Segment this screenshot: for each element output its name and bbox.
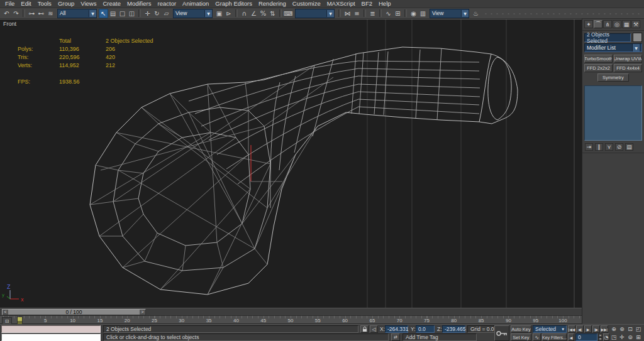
redo-icon[interactable]: ↷ <box>11 9 21 18</box>
x-coordinate-field[interactable]: -264.331 <box>385 325 408 333</box>
tab-modify[interactable]: ⌒ <box>594 20 602 28</box>
viewport-front[interactable]: x Z y Front Total2 Objects SelectedPolys… <box>0 19 582 308</box>
zoom-button[interactable]: ⊕ <box>610 325 618 333</box>
maximize-viewport-toggle-button[interactable]: ⊞ <box>635 333 642 341</box>
chevron-down-icon[interactable]: ▼ <box>461 10 469 17</box>
modifier-list-dropdown[interactable]: Modifier List ▼ <box>584 43 642 52</box>
chevron-down-icon[interactable]: ▼ <box>632 44 640 51</box>
auto-key-button[interactable]: Auto Key <box>511 325 531 333</box>
absolute-offset-mode-toggle[interactable]: ◁ <box>370 325 378 333</box>
maxscript-mini-listener-macro[interactable] <box>1 325 101 333</box>
snap-toggle-3d-icon[interactable]: ∩ <box>240 9 249 18</box>
tab-utilities[interactable]: ⚒ <box>631 20 640 28</box>
render-type-dropdown[interactable]: View▼ <box>430 9 469 18</box>
key-filters-button[interactable]: Key Filters... <box>542 333 567 341</box>
menu-item-maxscript[interactable]: MAXScript <box>324 0 358 8</box>
object-color-swatch[interactable] <box>633 33 642 42</box>
time-slider-handle[interactable]: < 0 / 100 > <box>2 309 146 315</box>
window-crossing-toggle-icon[interactable]: ◫ <box>127 9 136 18</box>
named-selection-sets-dropdown[interactable]: ▼ <box>295 9 335 18</box>
wireframe-model[interactable] <box>90 47 518 295</box>
menu-item-create[interactable]: Create <box>99 0 124 8</box>
menu-item-help[interactable]: Help <box>375 0 394 8</box>
bind-to-space-warp-icon[interactable]: ≋ <box>46 9 55 18</box>
tab-hierarchy[interactable]: ⋔ <box>603 20 612 28</box>
pan-button[interactable]: ✛ <box>618 333 626 341</box>
mirror-icon[interactable]: ⋈ <box>343 9 352 18</box>
menu-item-file[interactable]: File <box>2 0 18 8</box>
selection-lock-toggle[interactable] <box>360 325 369 333</box>
menu-item-tools[interactable]: Tools <box>35 0 55 8</box>
tab-motion[interactable]: ◎ <box>613 20 621 28</box>
layer-manager-icon[interactable]: ≣ <box>368 9 377 18</box>
play-animation-button[interactable]: ▶ <box>584 325 592 333</box>
chevron-down-icon[interactable]: ▼ <box>326 10 334 17</box>
quick-render-icon[interactable]: ♨ <box>471 9 480 18</box>
configure-modifier-sets-button[interactable]: ▤ <box>625 143 633 151</box>
next-frame-button[interactable]: |▶ <box>592 325 600 333</box>
default-tangents-button[interactable]: ∿ <box>533 333 541 341</box>
show-end-result-button[interactable]: ‖ <box>595 143 603 151</box>
frame-spinner[interactable]: ▲ ▼ <box>598 333 602 341</box>
arc-rotate-button[interactable]: ⊚ <box>626 333 634 341</box>
go-to-end-button[interactable]: ▶▶| <box>601 325 608 333</box>
render-setup-icon[interactable]: ▥ <box>418 9 428 18</box>
menu-item-rendering[interactable]: Rendering <box>255 0 289 8</box>
reference-coordinate-system-dropdown[interactable]: View▼ <box>173 9 213 18</box>
spinner-snap-toggle-icon[interactable]: ⇅ <box>268 9 277 18</box>
viewport-label[interactable]: Front <box>3 21 16 27</box>
modifier-button-ffd-4x4x4[interactable]: FFD 4x4x4 <box>614 64 642 72</box>
menu-item-views[interactable]: Views <box>77 0 99 8</box>
align-icon[interactable]: ≡ <box>352 9 362 18</box>
time-slider-next-arrow[interactable]: > <box>140 310 145 315</box>
go-to-start-button[interactable]: |◀◀ <box>568 325 575 333</box>
y-coordinate-field[interactable]: 0.0 <box>416 325 435 333</box>
select-object-icon[interactable]: ↖ <box>99 9 108 18</box>
set-keys-button[interactable] <box>494 325 509 341</box>
chevron-down-icon[interactable]: ▼ <box>204 10 212 17</box>
maxscript-mini-listener[interactable] <box>1 333 101 341</box>
key-filter-dropdown[interactable]: Selected ▼ <box>533 325 567 333</box>
select-and-scale-icon[interactable]: ▱ <box>162 9 171 18</box>
percent-snap-toggle-icon[interactable]: % <box>258 9 268 18</box>
object-name-field[interactable]: 2 Objects Selected <box>584 33 631 42</box>
menu-item-modifiers[interactable]: Modifiers <box>124 0 155 8</box>
zoom-region-button[interactable]: ◳ <box>610 333 618 341</box>
key-mode-toggle[interactable]: ◀ <box>568 333 574 341</box>
menu-item-group[interactable]: Group <box>55 0 77 8</box>
remove-modifier-button[interactable]: ⊘ <box>615 143 623 151</box>
select-and-rotate-icon[interactable]: ↻ <box>152 9 162 18</box>
zoom-all-button[interactable]: ⊛ <box>618 325 626 333</box>
modifier-button-turbosmooth[interactable]: TurboSmooth <box>584 55 613 63</box>
menu-item-reactor[interactable]: reactor <box>155 0 180 8</box>
pin-stack-button[interactable]: ⇥ <box>585 143 593 151</box>
select-and-link-icon[interactable]: ⊶ <box>27 9 36 18</box>
menu-item-graph-editors[interactable]: Graph Editors <box>212 0 255 8</box>
select-by-name-icon[interactable]: ▤ <box>108 9 118 18</box>
modifier-button-ffd-2x2x2[interactable]: FFD 2x2x2 <box>584 64 613 72</box>
track-bar[interactable]: ⊟ 51015202530354045505560657075808590951… <box>0 315 582 324</box>
spinner-down-icon[interactable]: ▼ <box>598 337 602 341</box>
make-unique-button[interactable]: ⋎ <box>605 143 613 151</box>
menu-item-animation[interactable]: Animation <box>179 0 212 8</box>
select-and-manipulate-icon[interactable]: ⊳ <box>224 9 233 18</box>
current-frame-field[interactable]: 0 <box>575 333 597 341</box>
tab-create[interactable]: ✦ <box>584 20 593 28</box>
unlink-selection-icon[interactable]: ⊷ <box>36 9 46 18</box>
curve-editor-icon[interactable]: ∿ <box>384 9 393 18</box>
menu-item-bf2[interactable]: BF2 <box>358 0 375 8</box>
rectangular-selection-region-icon[interactable]: □ <box>118 9 127 18</box>
modifier-button-unwrap-uvw[interactable]: Unwrap UVW <box>614 55 642 63</box>
time-slider-previous-arrow[interactable]: < <box>3 310 8 315</box>
z-coordinate-field[interactable]: -239.465 <box>442 325 465 333</box>
menu-item-customize[interactable]: Customize <box>289 0 324 8</box>
schematic-view-icon[interactable]: ⊞ <box>393 9 402 18</box>
zoom-extents-button[interactable]: ⊡ <box>626 325 634 333</box>
angle-snap-toggle-icon[interactable]: ∠ <box>249 9 258 18</box>
undo-icon[interactable]: ↶ <box>2 9 11 18</box>
modifier-stack-list[interactable] <box>584 85 642 141</box>
chevron-down-icon[interactable]: ▼ <box>89 10 96 17</box>
menu-item-edit[interactable]: Edit <box>18 0 34 8</box>
previous-frame-button[interactable]: ◀| <box>576 325 584 333</box>
time-configuration-button[interactable]: ◔ <box>603 333 609 341</box>
